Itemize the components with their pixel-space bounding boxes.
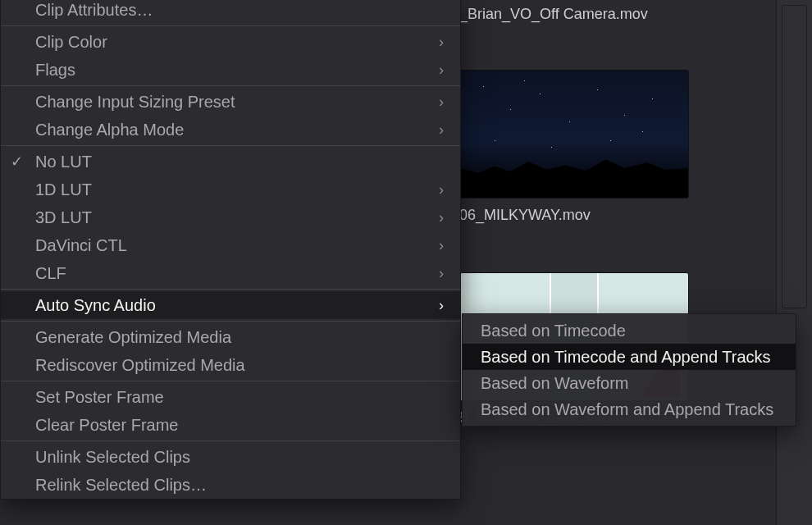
- menu-separator: [1, 381, 460, 381]
- chevron-right-icon: ›: [439, 266, 444, 281]
- submenu-based-waveform-append[interactable]: Based on Waveform and Append Tracks: [463, 396, 796, 422]
- menu-davinci-ctl[interactable]: DaVinci CTL›: [1, 231, 460, 259]
- chevron-right-icon: ›: [439, 182, 444, 197]
- menu-1d-lut[interactable]: 1D LUT›: [1, 176, 460, 203]
- chevron-right-icon: ›: [439, 34, 444, 49]
- menu-change-input-sizing[interactable]: Change Input Sizing Preset›: [1, 88, 460, 116]
- menu-separator: [1, 145, 460, 146]
- menu-clear-poster-frame[interactable]: Clear Poster Frame: [1, 411, 460, 439]
- submenu-auto-sync-audio: Based on Timecode Based on Timecode and …: [462, 313, 796, 427]
- check-icon: ✓: [11, 154, 23, 169]
- menu-separator: [1, 289, 460, 290]
- menu-change-alpha-mode[interactable]: Change Alpha Mode›: [1, 116, 460, 144]
- menu-rediscover-optimized[interactable]: Rediscover Optimized Media: [1, 351, 460, 379]
- menu-clip-attributes[interactable]: Clip Attributes…: [1, 0, 460, 24]
- clip-caption: 06_MILKYWAY.mov: [459, 207, 689, 224]
- menu-auto-sync-audio[interactable]: Auto Sync Audio›: [1, 291, 460, 319]
- right-rail: [776, 0, 812, 525]
- menu-clip-color[interactable]: Clip Color›: [1, 28, 460, 56]
- menu-separator: [1, 321, 460, 322]
- menu-generate-optimized[interactable]: Generate Optimized Media: [1, 323, 460, 351]
- chevron-right-icon: ›: [439, 122, 444, 137]
- menu-3d-lut[interactable]: 3D LUT›: [1, 203, 460, 231]
- submenu-based-waveform[interactable]: Based on Waveform: [463, 370, 796, 396]
- chevron-right-icon: ›: [439, 210, 444, 225]
- menu-clf[interactable]: CLF›: [1, 259, 460, 287]
- chevron-right-icon: ›: [439, 298, 444, 313]
- menu-set-poster-frame[interactable]: Set Poster Frame: [1, 383, 460, 411]
- clip-caption: _Brian_VO_Off Camera.mov: [459, 6, 689, 23]
- chevron-right-icon: ›: [439, 94, 444, 109]
- menu-unlink-clips[interactable]: Unlink Selected Clips: [1, 443, 460, 471]
- context-menu: Clip Attributes… Clip Color› Flags› Chan…: [0, 0, 461, 500]
- submenu-based-timecode-append[interactable]: Based on Timecode and Append Tracks: [463, 344, 796, 370]
- menu-relink-clips[interactable]: Relink Selected Clips…: [1, 471, 460, 499]
- menu-separator: [1, 25, 460, 26]
- menu-separator: [1, 85, 460, 86]
- clip-thumbnail[interactable]: 06_MILKYWAY.mov: [459, 70, 689, 224]
- chevron-right-icon: ›: [439, 62, 444, 77]
- chevron-right-icon: ›: [439, 238, 444, 253]
- menu-separator: [1, 441, 460, 441]
- clip-thumbnail[interactable]: _Brian_VO_Off Camera.mov: [459, 0, 689, 23]
- thumbnail-image: [459, 70, 689, 199]
- menu-flags[interactable]: Flags›: [1, 56, 460, 84]
- menu-no-lut[interactable]: ✓No LUT: [1, 148, 460, 176]
- submenu-based-timecode[interactable]: Based on Timecode: [463, 317, 796, 344]
